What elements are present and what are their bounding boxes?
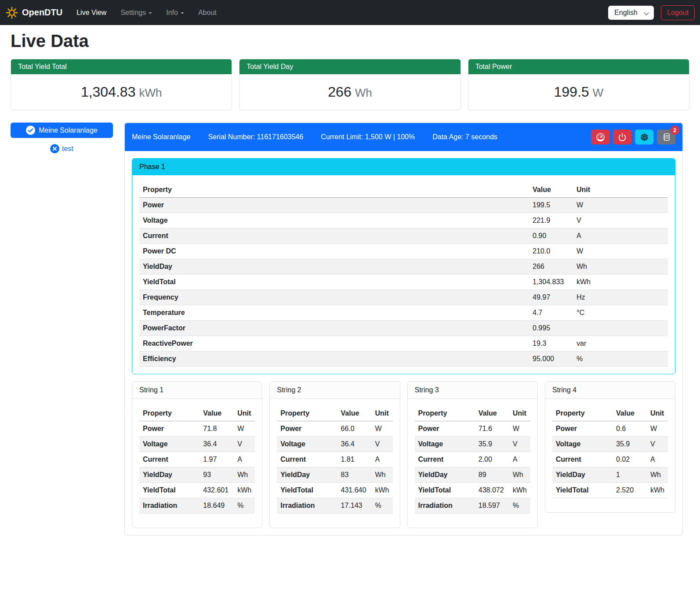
summary-card-total-yield-day: Total Yield Day 266Wh — [239, 59, 461, 110]
strings-row: String 1 Property Value Unit Power71.8WV… — [132, 381, 675, 528]
column-header-value: Value — [199, 406, 234, 421]
string-card: String 4 Property Value Unit Power0.6WVo… — [545, 381, 675, 513]
summary-card-value: 199.5 — [554, 84, 589, 100]
table-row: Voltage35.9V — [552, 437, 668, 452]
sidebar-item-label: test — [62, 145, 73, 153]
table-row: YieldTotal432.601kWh — [139, 483, 255, 498]
column-header-value: Value — [475, 406, 509, 421]
column-header-property: Property — [415, 406, 475, 421]
column-header-property: Property — [139, 406, 199, 421]
language-selected-value: English — [614, 9, 637, 16]
table-row: YieldTotal431.640kWh — [277, 483, 392, 498]
cpu-icon — [640, 133, 649, 142]
phase-data-table: Property Value Unit Power199.5WVoltage22… — [139, 182, 668, 367]
brand-label: OpenDTU — [22, 7, 62, 18]
summary-card-title: Total Yield Day — [239, 59, 460, 74]
sun-icon — [5, 6, 18, 19]
phase-card: Phase 1 Property Value Unit Power199.5WV… — [132, 158, 675, 374]
string-card-title: String 3 — [415, 386, 439, 394]
table-row: Irradiation18.649% — [139, 498, 255, 514]
summary-card-title: Total Yield Total — [11, 59, 232, 74]
table-row: Power71.6W — [415, 421, 530, 437]
table-row: Irradiation17.143% — [277, 498, 392, 514]
summary-card-unit: Wh — [355, 86, 372, 99]
table-row: YieldDay266Wh — [139, 259, 668, 275]
nav-item-info[interactable]: Info — [159, 5, 191, 20]
summary-card-value: 1,304.83 — [81, 84, 136, 100]
table-header-row: Property Value Unit — [415, 406, 530, 421]
table-row: YieldDay89Wh — [415, 467, 530, 483]
nav-item-settings[interactable]: Settings — [113, 5, 159, 20]
string-data-table: Property Value Unit Power66.0WVoltage36.… — [277, 406, 392, 514]
device-info-button[interactable] — [635, 130, 653, 145]
table-row: Irradiation18.597% — [415, 498, 530, 514]
table-row: Temperature4.7°C — [139, 305, 668, 321]
table-row: Voltage36.4V — [139, 437, 255, 452]
nav-item-label: Info — [166, 9, 178, 16]
column-header-property: Property — [139, 182, 529, 198]
string-data-table: Property Value Unit Power71.6WVoltage35.… — [415, 406, 530, 514]
column-header-value: Value — [529, 182, 573, 198]
speedometer-icon — [596, 133, 605, 142]
column-header-unit: Unit — [372, 406, 393, 421]
summary-card-total-power: Total Power 199.5W — [468, 59, 689, 110]
inverter-panel-header: Meine Solaranlage Serial Number: 1161716… — [125, 123, 682, 151]
table-header-row: Property Value Unit — [139, 182, 668, 198]
navbar: OpenDTU Live View Settings Info About En… — [0, 0, 700, 25]
table-row: PowerFactor0.995 — [139, 321, 668, 336]
table-row: Power DC210.0W — [139, 244, 668, 259]
column-header-property: Property — [277, 406, 337, 421]
string-data-table: Property Value Unit Power0.6WVoltage35.9… — [552, 406, 668, 498]
table-row: YieldTotal438.072kWh — [415, 483, 530, 498]
table-row: Voltage36.4V — [277, 437, 392, 452]
column-header-unit: Unit — [234, 406, 255, 421]
caret-down-icon — [149, 12, 152, 14]
table-row: Current2.00A — [415, 452, 530, 467]
sidebar-item-meine-solaranlage[interactable]: Meine Solaranlage — [11, 123, 113, 138]
inverter-serial: Serial Number: 116171603546 — [208, 133, 303, 141]
event-log-button[interactable]: 2 — [657, 130, 675, 145]
string-card-title: String 4 — [552, 386, 577, 394]
table-header-row: Property Value Unit — [277, 406, 392, 421]
nav-item-live-view[interactable]: Live View — [69, 5, 113, 20]
table-row: Efficiency95.000% — [139, 351, 668, 367]
inverter-data-age: Data Age: 7 seconds — [432, 133, 497, 141]
table-header-row: Property Value Unit — [552, 406, 668, 421]
inverter-action-buttons: 2 — [591, 130, 675, 145]
language-select[interactable]: English — [608, 6, 654, 20]
column-header-unit: Unit — [647, 406, 668, 421]
summary-card-total-yield-total: Total Yield Total 1,304.83kWh — [11, 59, 232, 110]
table-row: YieldDay1Wh — [552, 467, 668, 483]
phase-card-title: Phase 1 — [132, 159, 675, 175]
nav-item-label: Settings — [120, 9, 146, 16]
x-circle-icon — [50, 144, 59, 153]
column-header-property: Property — [552, 406, 613, 421]
inverter-panel: Meine Solaranlage Serial Number: 1161716… — [124, 123, 683, 535]
limit-settings-button[interactable] — [591, 130, 609, 145]
column-header-unit: Unit — [573, 182, 668, 198]
table-row: Current0.02A — [552, 452, 668, 467]
journal-icon — [662, 133, 671, 141]
table-header-row: Property Value Unit — [139, 406, 255, 421]
table-row: YieldTotal1,304.833kWh — [139, 275, 668, 290]
summary-card-unit: kWh — [139, 86, 162, 99]
brand-link[interactable]: OpenDTU — [5, 6, 62, 19]
inverter-sidebar: Meine Solaranlage test — [11, 123, 113, 153]
string-data-table: Property Value Unit Power71.8WVoltage36.… — [139, 406, 255, 514]
string-card-title: String 1 — [139, 386, 163, 394]
table-row: ReactivePower19.3var — [139, 336, 668, 351]
logout-button[interactable]: Logout — [661, 5, 695, 20]
table-row: Power71.8W — [139, 421, 255, 437]
nav-item-about[interactable]: About — [191, 5, 224, 20]
table-row: Voltage35.9V — [415, 437, 530, 452]
check-circle-icon — [26, 126, 35, 135]
table-row: Current1.97A — [139, 452, 255, 467]
table-row: Power66.0W — [277, 421, 392, 437]
table-row: YieldDay93Wh — [139, 467, 255, 483]
summary-card-unit: W — [593, 86, 604, 99]
power-control-button[interactable] — [613, 130, 631, 145]
nav-links: Live View Settings Info About — [69, 5, 224, 20]
table-row: Voltage221.9V — [139, 213, 668, 228]
table-row: Current1.81A — [277, 452, 392, 467]
sidebar-item-test[interactable]: test — [11, 144, 113, 153]
